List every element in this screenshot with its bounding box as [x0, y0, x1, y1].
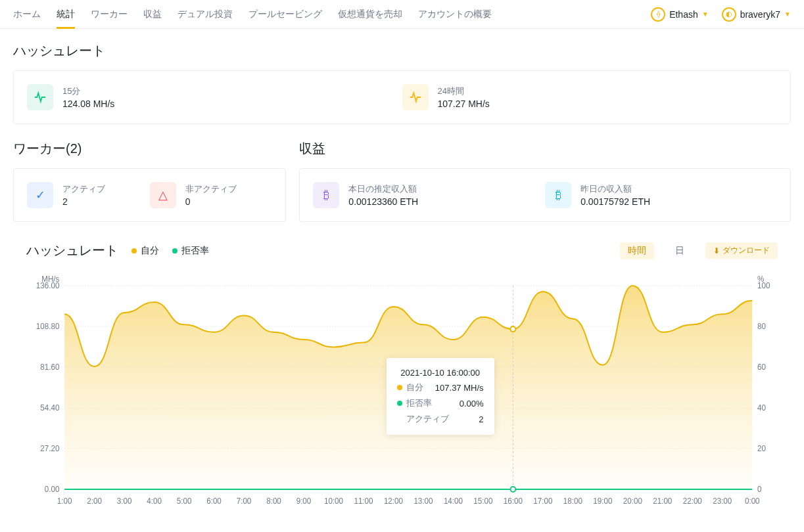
svg-text:27.20: 27.20 — [40, 444, 59, 453]
nav-account[interactable]: アカウントの概要 — [418, 1, 492, 28]
bitcoin-icon: ₿ — [313, 182, 339, 208]
svg-text:%: % — [757, 275, 765, 284]
workers-card: ✓ アクティブ 2 △ 非アクティブ 0 — [13, 168, 286, 222]
earnings-yesterday-value: 0.00175792 ETH — [580, 196, 650, 207]
nav-left: ホーム 統計 ワーカー 収益 デュアル投資 プールセービング 仮想通貨を売却 ア… — [13, 1, 492, 28]
toggle-day[interactable]: 日 — [667, 242, 692, 259]
svg-text:20:00: 20:00 — [623, 497, 642, 506]
earnings-today-label: 本日の推定収入額 — [348, 183, 418, 195]
workers-inactive-count: 0 — [185, 196, 237, 207]
user-label: braveryk7 — [740, 9, 780, 20]
svg-text:14:00: 14:00 — [444, 497, 463, 506]
svg-text:17:00: 17:00 — [533, 497, 552, 506]
user-dropdown[interactable]: ◐ braveryk7 ▼ — [722, 7, 791, 22]
nav-sell[interactable]: 仮想通貨を売却 — [338, 1, 402, 28]
user-icon: ◐ — [722, 7, 736, 22]
hashrate-24h: 24時間 107.27 MH/s — [402, 84, 778, 110]
svg-text:10:00: 10:00 — [324, 497, 343, 506]
workers-inactive-label: 非アクティブ — [185, 183, 237, 195]
warning-icon: △ — [150, 182, 176, 208]
svg-text:18:00: 18:00 — [563, 497, 582, 506]
svg-text:0:00: 0:00 — [745, 497, 760, 506]
top-nav: ホーム 統計 ワーカー 収益 デュアル投資 プールセービング 仮想通貨を売却 ア… — [0, 0, 804, 29]
hashrate-15m: 15分 124.08 MH/s — [27, 84, 402, 110]
svg-point-46 — [511, 326, 516, 332]
nav-right: ⟠ Ethash ▼ ◐ braveryk7 ▼ — [651, 7, 791, 22]
earnings-today-value: 0.00123360 ETH — [348, 196, 418, 207]
tooltip-time: 2021-10-10 16:00:00 — [400, 368, 480, 378]
workers-inactive: △ 非アクティブ 0 — [150, 182, 273, 208]
svg-text:11:00: 11:00 — [354, 497, 373, 506]
toggle-hour[interactable]: 時間 — [620, 242, 654, 259]
chevron-down-icon: ▼ — [702, 11, 709, 18]
workers-title: ワーカー(2) — [13, 140, 286, 158]
chart-tooltip: 2021-10-10 16:00:00 自分107.37 MH/s 拒否率0.0… — [387, 358, 494, 435]
algo-label: Ethash — [669, 9, 698, 20]
svg-text:108.80: 108.80 — [36, 322, 60, 331]
svg-point-47 — [511, 487, 516, 492]
svg-text:81.60: 81.60 — [40, 363, 59, 372]
svg-text:MH/s: MH/s — [41, 275, 59, 284]
workers-active: ✓ アクティブ 2 — [27, 182, 150, 208]
svg-text:19:00: 19:00 — [593, 497, 612, 506]
bitcoin-icon: ₿ — [545, 182, 571, 208]
svg-text:8:00: 8:00 — [266, 497, 281, 506]
hashrate-15m-label: 15分 — [62, 85, 114, 97]
chart-section: ハッシュレート 自分 拒否率 時間 日 ⬇ ダウンロード 0.0027.2054… — [13, 242, 791, 509]
pulse-icon — [402, 84, 429, 110]
nav-workers[interactable]: ワーカー — [91, 1, 128, 28]
earnings-yesterday-label: 昨日の収入額 — [580, 183, 650, 195]
svg-text:3:00: 3:00 — [117, 497, 132, 506]
workers-active-count: 2 — [62, 196, 105, 207]
svg-text:2:00: 2:00 — [87, 497, 102, 506]
earnings-title: 収益 — [299, 140, 791, 158]
svg-text:22:00: 22:00 — [683, 497, 702, 506]
legend-reject[interactable]: 拒否率 — [172, 245, 209, 257]
svg-text:40: 40 — [757, 403, 766, 412]
svg-text:0.00: 0.00 — [45, 485, 60, 494]
svg-text:6:00: 6:00 — [206, 497, 222, 506]
nav-dual[interactable]: デュアル投資 — [177, 1, 233, 28]
svg-text:20: 20 — [757, 444, 766, 453]
dot-icon — [172, 248, 177, 254]
svg-text:5:00: 5:00 — [177, 497, 192, 506]
hashrate-24h-label: 24時間 — [438, 85, 490, 97]
svg-text:1:00: 1:00 — [57, 497, 72, 506]
chevron-down-icon: ▼ — [784, 11, 791, 18]
svg-text:54.40: 54.40 — [40, 403, 59, 412]
main-container: ハッシュレート 15分 124.08 MH/s 24時間 107.27 MH/s — [0, 29, 804, 522]
dot-icon — [131, 248, 137, 254]
algo-icon: ⟠ — [651, 7, 665, 22]
nav-pool[interactable]: プールセービング — [248, 1, 322, 28]
algo-dropdown[interactable]: ⟠ Ethash ▼ — [651, 7, 709, 22]
nav-home[interactable]: ホーム — [13, 1, 41, 28]
earnings-yesterday: ₿ 昨日の収入額 0.00175792 ETH — [545, 182, 777, 208]
chart-title: ハッシュレート — [26, 242, 118, 259]
workers-active-label: アクティブ — [62, 183, 105, 195]
svg-text:7:00: 7:00 — [237, 497, 252, 506]
svg-text:4:00: 4:00 — [147, 497, 162, 506]
svg-text:13:00: 13:00 — [414, 497, 433, 506]
svg-text:16:00: 16:00 — [504, 497, 523, 506]
nav-earnings[interactable]: 収益 — [143, 1, 162, 28]
svg-text:23:00: 23:00 — [713, 497, 732, 506]
hashrate-card: 15分 124.08 MH/s 24時間 107.27 MH/s — [13, 70, 791, 124]
pulse-icon — [27, 84, 53, 110]
svg-text:9:00: 9:00 — [296, 497, 312, 506]
download-icon: ⬇ — [713, 246, 720, 255]
download-button[interactable]: ⬇ ダウンロード — [705, 242, 778, 259]
chart-area[interactable]: 0.0027.2054.4081.60108.80136.00020406080… — [13, 273, 791, 509]
check-icon: ✓ — [27, 182, 53, 208]
svg-text:12:00: 12:00 — [384, 497, 403, 506]
earnings-card: ₿ 本日の推定収入額 0.00123360 ETH ₿ 昨日の収入額 0.001… — [299, 168, 791, 222]
hashrate-24h-value: 107.27 MH/s — [438, 99, 490, 109]
svg-text:80: 80 — [757, 322, 766, 331]
nav-stats[interactable]: 統計 — [57, 1, 75, 28]
svg-text:15:00: 15:00 — [473, 497, 492, 506]
svg-text:60: 60 — [757, 363, 766, 372]
hashrate-title: ハッシュレート — [13, 42, 791, 60]
svg-text:21:00: 21:00 — [653, 497, 672, 506]
legend-self[interactable]: 自分 — [131, 245, 159, 257]
earnings-today: ₿ 本日の推定収入額 0.00123360 ETH — [313, 182, 545, 208]
svg-text:0: 0 — [757, 485, 762, 494]
